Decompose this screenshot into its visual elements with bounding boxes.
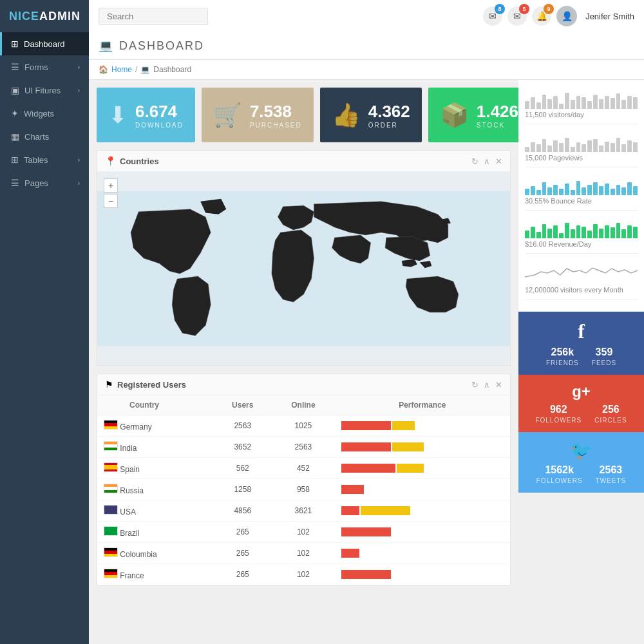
users-panel-header: ⚑ Registered Users ↻ ∧ ✕ xyxy=(97,374,510,395)
pageviews-chart: 15,000 Pageviews xyxy=(525,129,638,167)
facebook-feeds: 359 FEEDS xyxy=(592,346,616,367)
mini-bar xyxy=(627,225,632,238)
close-users-button[interactable]: ✕ xyxy=(495,380,502,390)
mini-bar xyxy=(571,147,575,152)
sidebar-item-pages[interactable]: ☰ Pages › xyxy=(0,171,89,194)
mini-bar xyxy=(587,185,592,195)
zoom-out-button[interactable]: − xyxy=(104,194,118,208)
facebook-icon: f xyxy=(578,319,585,343)
collapse-button[interactable]: ∧ xyxy=(484,156,490,166)
flag-us xyxy=(104,505,118,515)
mini-bar xyxy=(576,181,581,195)
chevron-right-icon: › xyxy=(78,87,80,94)
mini-bar xyxy=(582,187,586,195)
chevron-right-icon: › xyxy=(78,180,80,187)
flag-de xyxy=(104,547,118,557)
countries-panel-title: Countries xyxy=(120,156,471,166)
table-row: Coloumbia265102 xyxy=(97,543,510,564)
mini-bar xyxy=(525,147,529,152)
mini-bar xyxy=(576,96,581,109)
search-input[interactable] xyxy=(99,8,208,25)
breadcrumb-home[interactable]: Home xyxy=(111,65,132,74)
right-column: 11,500 visitors/day 15,000 Pageviews 30.… xyxy=(518,80,644,644)
users-cell: 562 xyxy=(213,458,272,479)
mini-bar xyxy=(587,231,592,238)
visitors-label: 11,500 visitors/day xyxy=(525,111,638,118)
stat-card-download: ⬇ 6.674 DOWNLOAD xyxy=(97,88,195,142)
panel-actions-users: ↻ ∧ ✕ xyxy=(471,380,502,390)
header-right: ✉ 8 ✉ 5 🔔 9 👤 Jenifer Smith xyxy=(483,6,634,26)
twitter-followers-label: FOLLOWERS xyxy=(536,477,583,484)
facebook-stats: 256k FRIENDS 359 FEEDS xyxy=(546,346,616,367)
mini-bar xyxy=(565,184,569,195)
content-area: 💻 DASHBOARD 🏠 Home / 💻 Dashboard ⬇ 6.674 xyxy=(89,32,644,644)
sidebar-item-dashboard[interactable]: ⊞ Dashboard xyxy=(0,32,89,55)
refresh-button[interactable]: ↻ xyxy=(471,156,478,166)
country-cell: Germany xyxy=(97,415,213,437)
mini-bar xyxy=(547,146,552,152)
sidebar-item-ui-fitures[interactable]: ▣ UI Fitures › xyxy=(0,79,89,102)
users-cell: 1258 xyxy=(213,479,272,500)
performance-cell xyxy=(335,479,510,500)
flag-in xyxy=(104,441,118,451)
mini-bar xyxy=(536,232,541,238)
country-cell: Spain xyxy=(97,458,213,479)
sidebar-item-label: Pages xyxy=(24,178,78,188)
twitter-card: 🐦 1562k FOLLOWERS 2563 TWEETS xyxy=(518,432,644,493)
widgets-icon: ✦ xyxy=(11,108,19,118)
mini-bar xyxy=(525,189,529,195)
dashboard-page-icon: 💻 xyxy=(99,39,113,53)
sidebar-item-tables[interactable]: ⊞ Tables › xyxy=(0,148,89,171)
breadcrumb-current: Dashboard xyxy=(153,65,191,74)
country-cell: Russia xyxy=(97,479,213,500)
countries-panel-header: 📍 Countries ↻ ∧ ✕ xyxy=(97,151,510,172)
performance-cell xyxy=(335,500,510,522)
visitors-chart: 11,500 visitors/day xyxy=(525,86,638,124)
refresh-users-button[interactable]: ↻ xyxy=(471,380,478,390)
main-area: ✉ 8 ✉ 5 🔔 9 👤 Jenifer Smith 💻 DASHBOARD xyxy=(89,0,644,644)
online-cell: 3621 xyxy=(272,500,335,522)
mini-bar xyxy=(571,190,575,195)
notifications-badge: 5 xyxy=(519,4,529,14)
mini-bar xyxy=(616,185,621,195)
alerts-button[interactable]: 🔔 9 xyxy=(532,6,551,26)
sidebar-item-forms[interactable]: ☰ Forms › xyxy=(0,55,89,79)
charts-icon: ▦ xyxy=(11,131,19,142)
revenue-bars xyxy=(525,216,638,238)
zoom-in-button[interactable]: + xyxy=(104,178,118,193)
performance-cell xyxy=(335,437,510,458)
table-row: Brazil265102 xyxy=(97,522,510,543)
collapse-users-button[interactable]: ∧ xyxy=(484,380,490,390)
registered-users-panel: ⚑ Registered Users ↻ ∧ ✕ Country xyxy=(97,374,511,586)
stock-number: 1.426 xyxy=(477,102,518,122)
table-row: India36522563 xyxy=(97,437,510,458)
main-column: ⬇ 6.674 DOWNLOAD 🛒 7.538 PURCHASED xyxy=(89,80,518,644)
logo-admin: ADMIN xyxy=(39,10,80,23)
mini-bar xyxy=(611,189,615,195)
sidebar-item-widgets[interactable]: ✦ Widgets xyxy=(0,102,89,125)
messages-button[interactable]: ✉ 8 xyxy=(483,6,502,26)
cart-icon: 🛒 xyxy=(213,102,242,129)
flag-br xyxy=(104,526,118,536)
stat-card-purchased: 🛒 7.538 PURCHASED xyxy=(202,88,314,142)
online-cell: 1025 xyxy=(272,415,335,437)
bounce-label: 30.55% Bounce Rate xyxy=(525,197,638,205)
page-header: 💻 DASHBOARD xyxy=(89,32,644,60)
sidebar-item-charts[interactable]: ▦ Charts xyxy=(0,125,89,148)
home-icon: 🏠 xyxy=(99,65,108,74)
notifications-button[interactable]: ✉ 5 xyxy=(507,6,527,26)
perf-bar-yellow xyxy=(361,506,410,515)
close-button[interactable]: ✕ xyxy=(495,156,502,166)
google-circles-label: CIRCLES xyxy=(594,417,627,424)
dashboard-icon: ⊞ xyxy=(11,39,19,49)
breadcrumb-separator: / xyxy=(135,65,137,74)
country-cell: USA xyxy=(97,500,213,522)
perf-bar-red xyxy=(341,506,359,515)
pageviews-bars xyxy=(525,129,638,152)
map-icon: 📍 xyxy=(105,156,116,166)
country-cell: Coloumbia xyxy=(97,543,213,564)
map-panel-body: + − xyxy=(97,172,510,365)
pages-icon: ☰ xyxy=(11,178,19,188)
online-cell: 102 xyxy=(272,564,335,585)
sidebar-item-label: Tables xyxy=(24,155,78,165)
